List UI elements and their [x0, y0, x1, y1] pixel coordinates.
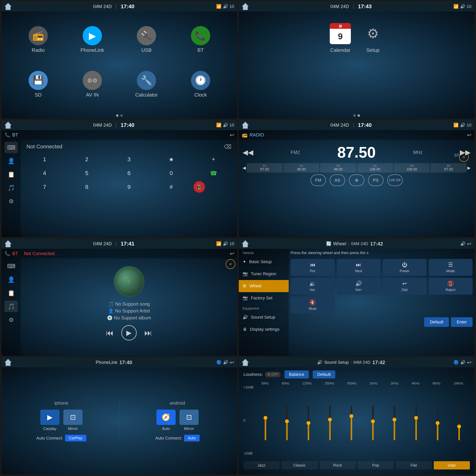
eq-handle-250hz[interactable] — [328, 418, 332, 422]
radio-locdx-btn[interactable]: LOC DX — [387, 174, 403, 186]
eq-handle-1khz[interactable] — [371, 419, 375, 423]
app-sd[interactable]: 💾 SD — [13, 64, 63, 105]
wheel-mode-btn[interactable]: ☰ Mode — [429, 259, 473, 276]
eq-handle-16khz[interactable] — [457, 425, 461, 428]
wheel-next-btn[interactable]: ⏭ Next — [337, 259, 381, 276]
home-icon-radio[interactable] — [242, 122, 249, 129]
side-nav-settings[interactable]: ⚙ — [4, 195, 18, 207]
home-icon-cal[interactable] — [242, 3, 249, 10]
home-icon-pl[interactable] — [5, 359, 12, 366]
eq-handle-30hz[interactable] — [264, 416, 267, 420]
setup-item[interactable]: ⚙ Setup — [362, 23, 384, 53]
delete-button[interactable]: ⌫ — [224, 144, 232, 150]
eq-handle-8khz[interactable] — [436, 421, 440, 425]
wheel-vol-up-btn[interactable]: 🔊 Vol+ — [337, 278, 381, 295]
preset-flat[interactable]: Flat — [396, 461, 432, 470]
pl-carplay-btn[interactable]: ▶ — [40, 409, 60, 425]
wheel-back-button[interactable]: ↩ — [467, 241, 471, 247]
side-nav-music[interactable]: 🎵 — [4, 182, 18, 193]
side-nav-btm-settings[interactable]: ⚙ — [4, 314, 18, 325]
dial-2[interactable]: 2 — [67, 153, 107, 165]
next-track-button[interactable]: ⏭ — [144, 329, 152, 337]
wheel-dial-btn[interactable]: ↩ Dial — [383, 278, 427, 295]
side-nav-contacts[interactable]: 👤 — [4, 155, 18, 167]
pl-mirror-android-btn[interactable]: ⊡ — [179, 409, 199, 425]
eq-handle-125hz[interactable] — [306, 421, 310, 425]
eq-handle-2khz[interactable] — [392, 418, 396, 422]
menu-factory-set[interactable]: 📷 Factory Set — [239, 292, 289, 304]
play-button[interactable]: ▶ — [121, 325, 137, 340]
sound-back-button[interactable]: ↩ — [467, 359, 471, 366]
dial-3[interactable]: 3 — [109, 153, 149, 165]
app-usb[interactable]: 🔌 USB — [121, 19, 171, 60]
preset-1[interactable]: P187.50 — [247, 163, 283, 172]
balance-button[interactable]: Balance — [285, 371, 309, 378]
home-icon-sound[interactable] — [242, 359, 249, 366]
app-radio[interactable]: 📻 Radio — [13, 19, 63, 60]
radio-as-btn[interactable]: AS — [330, 174, 345, 186]
eq-button[interactable]: ≡ — [459, 152, 469, 162]
dial-plus[interactable]: + — [193, 153, 233, 165]
radio-back-button[interactable]: ↩ — [467, 132, 471, 138]
dial-star[interactable]: ★ — [151, 153, 191, 165]
app-calculator[interactable]: 🔧 Calculator — [121, 64, 171, 105]
preset-4[interactable]: P4106.00 — [357, 163, 393, 172]
wheel-power-btn[interactable]: ⏻ Power — [383, 259, 427, 276]
eq-handle-60hz[interactable] — [285, 419, 289, 423]
pl-auto-badge[interactable]: Auto — [184, 435, 200, 442]
back-button[interactable]: ↩ — [230, 132, 234, 138]
radio-ps-btn[interactable]: PS — [368, 174, 384, 186]
pl-carplay-badge[interactable]: CarPlay — [65, 435, 86, 442]
pl-mirror-iphone-btn[interactable]: ⊡ — [63, 409, 83, 425]
side-nav-history[interactable]: 📋 — [4, 169, 18, 180]
wheel-pre-btn[interactable]: ⏮ Pre — [290, 259, 335, 276]
preset-jazz[interactable]: Jazz — [243, 461, 279, 470]
radio-scan-btn[interactable]: ⊕ — [349, 174, 364, 186]
app-avin[interactable]: ⚙⚙ AV IN — [67, 64, 118, 105]
preset-6[interactable]: P687.50 — [430, 163, 467, 172]
wheel-mute-btn[interactable]: 🔇 Mute — [290, 297, 335, 313]
preset-3[interactable]: P398.00 — [320, 163, 356, 172]
eq-handle-500hz[interactable] — [350, 414, 353, 418]
wheel-reject-btn[interactable]: 📵 Reject — [429, 278, 473, 295]
prev-track-button[interactable]: ⏮ — [106, 329, 114, 337]
dial-1[interactable]: 1 — [25, 153, 65, 165]
preset-prev[interactable]: ◀ — [243, 166, 246, 170]
dial-hangup[interactable]: 📵 — [193, 181, 205, 193]
menu-basic-setup[interactable]: ✦ Basic Setup — [239, 256, 289, 268]
preset-next[interactable]: ▶ — [467, 166, 471, 170]
pl-back-button[interactable]: ↩ — [230, 359, 234, 366]
dial-9[interactable]: 9 — [109, 181, 149, 193]
side-nav-btm-music[interactable]: 🎵 — [4, 301, 18, 312]
btm-eq-button[interactable]: ≡ — [226, 259, 235, 269]
menu-sound-setup[interactable]: 🔊 Sound Setup — [239, 311, 289, 323]
eq-handle-4khz[interactable] — [414, 416, 418, 420]
preset-classic[interactable]: Classic — [281, 461, 318, 470]
preset-rock[interactable]: Rock — [320, 461, 356, 470]
dial-hash[interactable]: # — [151, 181, 191, 193]
home-icon[interactable] — [5, 3, 12, 10]
preset-2[interactable]: P290.00 — [284, 163, 320, 172]
dial-4[interactable]: 4 — [25, 167, 65, 179]
wheel-default-btn[interactable]: Default — [424, 317, 449, 327]
app-phonelink[interactable]: ▶ PhoneLink — [67, 19, 118, 60]
wheel-vol-down-btn[interactable]: 🔉 Vol- — [290, 278, 335, 295]
preset-5[interactable]: P5108.00 — [394, 163, 430, 172]
pl-auto-btn[interactable]: 🧭 — [156, 409, 176, 425]
dial-0[interactable]: 0 — [151, 167, 191, 179]
dial-call[interactable]: ☎ — [193, 167, 233, 179]
menu-tuner-region[interactable]: 📷 Tuner Region — [239, 268, 289, 280]
dial-6[interactable]: 6 — [109, 167, 149, 179]
dial-7[interactable]: 7 — [25, 181, 65, 193]
preset-pop[interactable]: Pop — [357, 461, 394, 470]
home-icon-bt[interactable] — [5, 122, 12, 129]
sound-default-button[interactable]: Default — [313, 371, 335, 378]
calendar-item[interactable]: ▦ 9 Calendar — [330, 23, 351, 53]
app-bt[interactable]: 📞 BT — [175, 19, 226, 60]
loudness-toggle[interactable]: OFF — [265, 372, 281, 377]
preset-user[interactable]: User — [434, 461, 470, 470]
menu-wheel[interactable]: ⚙ Wheel — [239, 280, 289, 292]
wheel-enter-btn[interactable]: Enter — [451, 317, 473, 327]
app-clock[interactable]: 🕐 Clock — [175, 64, 226, 105]
dial-8[interactable]: 8 — [67, 181, 107, 193]
